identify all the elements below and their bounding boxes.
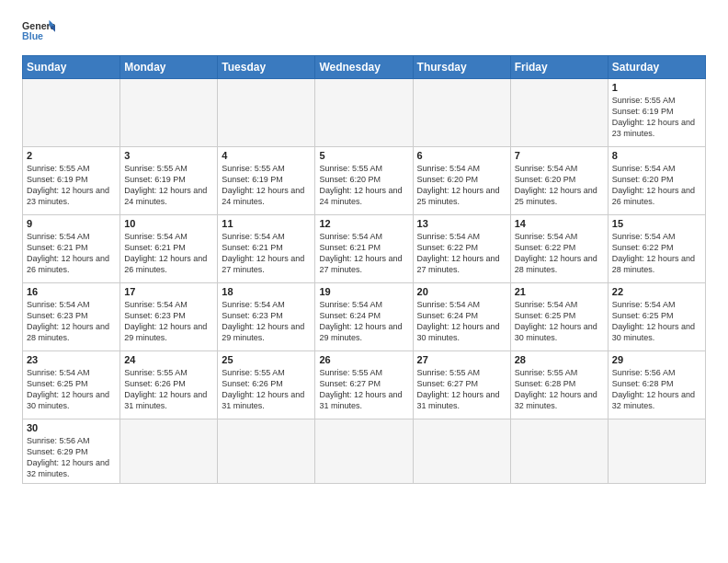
day-info: Sunrise: 5:54 AM Sunset: 6:20 PM Dayligh… [515, 163, 604, 208]
week-row-0: 1Sunrise: 5:55 AM Sunset: 6:19 PM Daylig… [23, 79, 706, 147]
calendar-cell: 3Sunrise: 5:55 AM Sunset: 6:19 PM Daylig… [120, 147, 218, 215]
day-number: 13 [417, 218, 506, 229]
logo: General Blue [22, 18, 55, 44]
day-info: Sunrise: 5:54 AM Sunset: 6:22 PM Dayligh… [612, 231, 701, 276]
day-number: 26 [319, 354, 408, 365]
day-info: Sunrise: 5:55 AM Sunset: 6:26 PM Dayligh… [222, 367, 311, 412]
calendar-cell: 25Sunrise: 5:55 AM Sunset: 6:26 PM Dayli… [218, 351, 315, 419]
day-info: Sunrise: 5:54 AM Sunset: 6:20 PM Dayligh… [417, 163, 506, 208]
calendar-cell: 4Sunrise: 5:55 AM Sunset: 6:19 PM Daylig… [218, 147, 315, 215]
day-info: Sunrise: 5:55 AM Sunset: 6:27 PM Dayligh… [319, 367, 408, 412]
day-number: 15 [612, 218, 701, 229]
header: General Blue [22, 18, 706, 44]
calendar-cell: 19Sunrise: 5:54 AM Sunset: 6:24 PM Dayli… [315, 283, 413, 351]
weekday-wednesday: Wednesday [315, 56, 413, 79]
day-info: Sunrise: 5:54 AM Sunset: 6:21 PM Dayligh… [222, 231, 311, 276]
day-info: Sunrise: 5:55 AM Sunset: 6:19 PM Dayligh… [27, 163, 116, 208]
day-number: 17 [124, 286, 213, 297]
calendar-cell: 7Sunrise: 5:54 AM Sunset: 6:20 PM Daylig… [510, 147, 608, 215]
day-number: 14 [515, 218, 604, 229]
calendar-cell [218, 79, 315, 147]
calendar-cell: 20Sunrise: 5:54 AM Sunset: 6:24 PM Dayli… [413, 283, 510, 351]
weekday-saturday: Saturday [608, 56, 705, 79]
calendar-cell [510, 79, 608, 147]
calendar-cell: 23Sunrise: 5:54 AM Sunset: 6:25 PM Dayli… [23, 351, 120, 419]
day-info: Sunrise: 5:54 AM Sunset: 6:23 PM Dayligh… [124, 299, 213, 344]
calendar-cell: 1Sunrise: 5:55 AM Sunset: 6:19 PM Daylig… [608, 79, 705, 147]
weekday-monday: Monday [120, 56, 218, 79]
day-number: 8 [612, 150, 701, 161]
day-info: Sunrise: 5:56 AM Sunset: 6:29 PM Dayligh… [27, 435, 116, 480]
day-number: 11 [222, 218, 311, 229]
day-number: 28 [515, 354, 604, 365]
svg-text:Blue: Blue [22, 30, 43, 41]
day-number: 6 [417, 150, 506, 161]
day-number: 16 [27, 286, 116, 297]
day-number: 20 [417, 286, 506, 297]
day-info: Sunrise: 5:54 AM Sunset: 6:23 PM Dayligh… [27, 299, 116, 344]
day-info: Sunrise: 5:54 AM Sunset: 6:24 PM Dayligh… [319, 299, 408, 344]
weekday-friday: Friday [510, 56, 608, 79]
day-info: Sunrise: 5:54 AM Sunset: 6:25 PM Dayligh… [515, 299, 604, 344]
day-number: 7 [515, 150, 604, 161]
calendar-cell: 16Sunrise: 5:54 AM Sunset: 6:23 PM Dayli… [23, 283, 120, 351]
day-info: Sunrise: 5:55 AM Sunset: 6:20 PM Dayligh… [319, 163, 408, 208]
day-info: Sunrise: 5:54 AM Sunset: 6:23 PM Dayligh… [222, 299, 311, 344]
calendar-cell [120, 419, 218, 484]
day-info: Sunrise: 5:55 AM Sunset: 6:28 PM Dayligh… [515, 367, 604, 412]
calendar-cell: 18Sunrise: 5:54 AM Sunset: 6:23 PM Dayli… [218, 283, 315, 351]
day-number: 23 [27, 354, 116, 365]
week-row-5: 30Sunrise: 5:56 AM Sunset: 6:29 PM Dayli… [23, 419, 706, 484]
day-number: 1 [612, 82, 701, 93]
calendar-cell [510, 419, 608, 484]
day-info: Sunrise: 5:55 AM Sunset: 6:26 PM Dayligh… [124, 367, 213, 412]
general-blue-logo-icon: General Blue [22, 18, 55, 44]
calendar-cell: 24Sunrise: 5:55 AM Sunset: 6:26 PM Dayli… [120, 351, 218, 419]
day-info: Sunrise: 5:54 AM Sunset: 6:25 PM Dayligh… [612, 299, 701, 344]
weekday-header-row: SundayMondayTuesdayWednesdayThursdayFrid… [23, 56, 706, 79]
weekday-thursday: Thursday [413, 56, 510, 79]
day-info: Sunrise: 5:54 AM Sunset: 6:24 PM Dayligh… [417, 299, 506, 344]
day-number: 21 [515, 286, 604, 297]
calendar-cell: 6Sunrise: 5:54 AM Sunset: 6:20 PM Daylig… [413, 147, 510, 215]
calendar-cell: 21Sunrise: 5:54 AM Sunset: 6:25 PM Dayli… [510, 283, 608, 351]
day-info: Sunrise: 5:55 AM Sunset: 6:19 PM Dayligh… [222, 163, 311, 208]
day-info: Sunrise: 5:54 AM Sunset: 6:22 PM Dayligh… [417, 231, 506, 276]
weekday-sunday: Sunday [23, 56, 120, 79]
day-number: 10 [124, 218, 213, 229]
calendar-cell: 28Sunrise: 5:55 AM Sunset: 6:28 PM Dayli… [510, 351, 608, 419]
day-info: Sunrise: 5:54 AM Sunset: 6:21 PM Dayligh… [27, 231, 116, 276]
calendar-cell: 13Sunrise: 5:54 AM Sunset: 6:22 PM Dayli… [413, 215, 510, 283]
day-info: Sunrise: 5:55 AM Sunset: 6:19 PM Dayligh… [612, 95, 701, 140]
day-number: 22 [612, 286, 701, 297]
week-row-3: 16Sunrise: 5:54 AM Sunset: 6:23 PM Dayli… [23, 283, 706, 351]
calendar-cell [413, 79, 510, 147]
day-info: Sunrise: 5:55 AM Sunset: 6:19 PM Dayligh… [124, 163, 213, 208]
day-number: 3 [124, 150, 213, 161]
calendar-cell [608, 419, 705, 484]
calendar-cell: 15Sunrise: 5:54 AM Sunset: 6:22 PM Dayli… [608, 215, 705, 283]
calendar-cell: 10Sunrise: 5:54 AM Sunset: 6:21 PM Dayli… [120, 215, 218, 283]
calendar-cell [413, 419, 510, 484]
calendar-cell [218, 419, 315, 484]
calendar-cell: 14Sunrise: 5:54 AM Sunset: 6:22 PM Dayli… [510, 215, 608, 283]
calendar-cell: 26Sunrise: 5:55 AM Sunset: 6:27 PM Dayli… [315, 351, 413, 419]
day-number: 19 [319, 286, 408, 297]
day-info: Sunrise: 5:56 AM Sunset: 6:28 PM Dayligh… [612, 367, 701, 412]
calendar-cell: 2Sunrise: 5:55 AM Sunset: 6:19 PM Daylig… [23, 147, 120, 215]
week-row-2: 9Sunrise: 5:54 AM Sunset: 6:21 PM Daylig… [23, 215, 706, 283]
day-number: 18 [222, 286, 311, 297]
page: General Blue SundayMondayTuesdayWednesda… [0, 0, 728, 563]
calendar-cell [120, 79, 218, 147]
day-number: 27 [417, 354, 506, 365]
calendar-cell [315, 419, 413, 484]
calendar-cell: 11Sunrise: 5:54 AM Sunset: 6:21 PM Dayli… [218, 215, 315, 283]
calendar-table: SundayMondayTuesdayWednesdayThursdayFrid… [22, 55, 706, 484]
day-info: Sunrise: 5:54 AM Sunset: 6:21 PM Dayligh… [124, 231, 213, 276]
day-info: Sunrise: 5:54 AM Sunset: 6:22 PM Dayligh… [515, 231, 604, 276]
week-row-4: 23Sunrise: 5:54 AM Sunset: 6:25 PM Dayli… [23, 351, 706, 419]
day-number: 29 [612, 354, 701, 365]
day-number: 30 [27, 422, 116, 433]
calendar-cell: 27Sunrise: 5:55 AM Sunset: 6:27 PM Dayli… [413, 351, 510, 419]
day-number: 12 [319, 218, 408, 229]
